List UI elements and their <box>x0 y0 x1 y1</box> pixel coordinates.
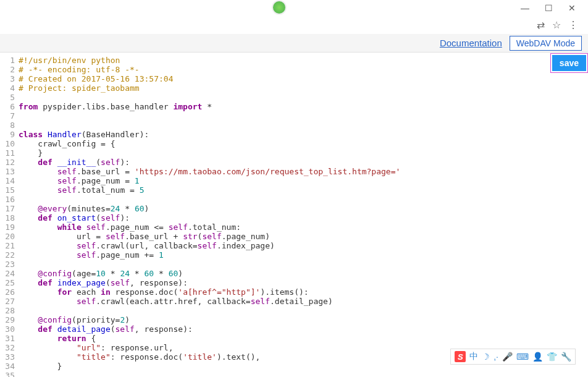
line-number: 1 <box>0 56 15 65</box>
code-line[interactable]: url = self.base_url + str(self.page_num) <box>19 232 588 241</box>
code-line[interactable]: self.crawl(url, callback=self.index_page… <box>19 241 588 250</box>
code-line[interactable]: for each in response.doc('a[href^="http"… <box>19 287 588 297</box>
code-line[interactable] <box>19 260 588 269</box>
code-line[interactable] <box>19 195 588 204</box>
documentation-link[interactable]: Documentation <box>440 38 502 48</box>
code-line[interactable]: # Created on 2017-05-16 13:57:04 <box>19 74 588 83</box>
line-number: 31 <box>0 334 15 343</box>
code-line[interactable] <box>19 371 588 377</box>
code-line[interactable]: def index_page(self, response): <box>19 278 588 287</box>
line-number: 26 <box>0 287 15 297</box>
code-line[interactable] <box>19 93 588 102</box>
translate-icon[interactable]: ⇄ <box>537 19 545 31</box>
code-line[interactable]: self.total_num = 5 <box>19 185 588 195</box>
code-line[interactable]: self.page_num += 1 <box>19 250 588 260</box>
code-line[interactable]: return { <box>19 334 588 343</box>
code-line[interactable]: self.page_num = 1 <box>19 176 588 185</box>
app-header: Documentation WebDAV Mode <box>0 34 588 53</box>
ime-toolbar: S 中 ☽ ,· 🎤 ⌨ 👤 👕 🔧 <box>450 349 576 365</box>
line-number: 28 <box>0 306 15 315</box>
code-line[interactable] <box>19 306 588 315</box>
line-number: 4 <box>0 83 15 93</box>
code-line[interactable]: } <box>19 148 588 158</box>
line-number: 18 <box>0 213 15 222</box>
ime-logo-icon[interactable]: S <box>455 351 466 362</box>
line-number: 17 <box>0 204 15 213</box>
ime-moon-icon[interactable]: ☽ <box>482 352 490 362</box>
line-number: 16 <box>0 195 15 204</box>
bookmark-star-icon[interactable]: ☆ <box>552 19 561 31</box>
line-number: 15 <box>0 185 15 195</box>
maximize-icon[interactable]: ☐ <box>545 3 553 13</box>
line-number: 23 <box>0 260 15 269</box>
line-number: 7 <box>0 111 15 121</box>
line-number: 30 <box>0 324 15 334</box>
line-gutter: 1234567891011121314151617181920212223242… <box>0 56 19 377</box>
line-number: 21 <box>0 241 15 250</box>
code-line[interactable]: self.crawl(each.attr.href, callback=self… <box>19 297 588 306</box>
ime-lang-icon[interactable]: 中 <box>469 351 478 362</box>
code-line[interactable] <box>19 111 588 121</box>
line-number: 34 <box>0 362 15 371</box>
code-line[interactable]: # -*- encoding: utf-8 -*- <box>19 65 588 74</box>
line-number: 13 <box>0 167 15 176</box>
ime-keyboard-icon[interactable]: ⌨ <box>516 352 529 362</box>
line-number: 22 <box>0 250 15 260</box>
ime-settings-icon[interactable]: 🔧 <box>561 352 571 362</box>
webdav-mode-button[interactable]: WebDAV Mode <box>510 36 582 51</box>
code-line[interactable]: while self.page_num <= self.total_num: <box>19 222 588 232</box>
code-line[interactable]: def detail_page(self, response): <box>19 324 588 334</box>
line-number: 2 <box>0 65 15 74</box>
code-line[interactable]: @config(priority=2) <box>19 315 588 324</box>
ime-person-icon[interactable]: 👤 <box>532 352 543 362</box>
browser-tab-icon <box>272 0 287 15</box>
code-line[interactable] <box>19 121 588 130</box>
line-number: 19 <box>0 222 15 232</box>
code-line[interactable]: crawl_config = { <box>19 139 588 148</box>
code-line[interactable]: #!/usr/bin/env python <box>19 56 588 65</box>
code-editor[interactable]: 1234567891011121314151617181920212223242… <box>0 56 588 377</box>
ime-skin-icon[interactable]: 👕 <box>547 352 557 362</box>
code-content[interactable]: #!/usr/bin/env python# -*- encoding: utf… <box>19 56 588 377</box>
line-number: 12 <box>0 158 15 167</box>
code-line[interactable]: class Handler(BaseHandler): <box>19 130 588 139</box>
line-number: 8 <box>0 121 15 130</box>
line-number: 11 <box>0 148 15 158</box>
minimize-icon[interactable]: — <box>521 3 529 13</box>
code-line[interactable]: @config(age=10 * 24 * 60 * 60) <box>19 269 588 278</box>
line-number: 9 <box>0 130 15 139</box>
line-number: 3 <box>0 74 15 83</box>
line-number: 32 <box>0 343 15 352</box>
code-line[interactable]: self.base_url = 'https://mm.taobao.com/j… <box>19 167 588 176</box>
ime-mic-icon[interactable]: 🎤 <box>502 352 513 362</box>
line-number: 14 <box>0 176 15 185</box>
line-number: 35 <box>0 371 15 377</box>
code-line[interactable]: from pyspider.libs.base_handler import * <box>19 102 588 111</box>
line-number: 33 <box>0 352 15 362</box>
line-number: 10 <box>0 139 15 148</box>
line-number: 20 <box>0 232 15 241</box>
code-line[interactable]: def __init__(self): <box>19 158 588 167</box>
window-controls: — ☐ ✕ <box>508 0 588 16</box>
browser-toolbar: ⇄ ☆ ⋮ <box>533 15 582 35</box>
code-line[interactable]: # Project: spider_taobamm <box>19 83 588 93</box>
code-line[interactable]: @every(minutes=24 * 60) <box>19 204 588 213</box>
line-number: 25 <box>0 278 15 287</box>
menu-icon[interactable]: ⋮ <box>568 19 578 31</box>
line-number: 6 <box>0 102 15 111</box>
line-number: 29 <box>0 315 15 324</box>
ime-punct-icon[interactable]: ,· <box>494 352 498 362</box>
line-number: 5 <box>0 93 15 102</box>
close-icon[interactable]: ✕ <box>568 3 576 13</box>
line-number: 24 <box>0 269 15 278</box>
line-number: 27 <box>0 297 15 306</box>
code-line[interactable]: def on_start(self): <box>19 213 588 222</box>
